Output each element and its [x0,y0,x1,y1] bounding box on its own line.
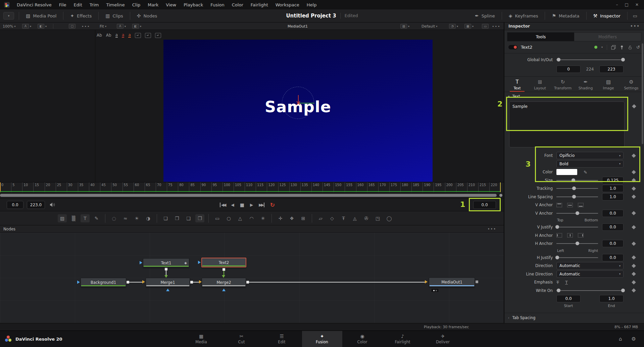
write-on-end-field[interactable]: 1.0 [599,295,624,302]
version-dot-icon[interactable] [594,46,597,49]
viewer-canvas[interactable]: Sample [163,40,433,182]
strikethrough-icon[interactable]: T [556,280,559,285]
minimize-button[interactable]: – [616,2,618,7]
node-graph[interactable]: Text1◈Text2Background1Merge1Merge2MediaO… [0,233,504,323]
text1-output-socket[interactable] [165,268,167,270]
stereo-dropdown[interactable]: ▧▾ [400,23,409,30]
nodes-panel-menu[interactable]: ••• [488,227,500,231]
huecurves-icon[interactable]: ◑ [144,214,153,222]
kerning-ab-icon[interactable]: Ab [97,33,102,38]
roi-button[interactable]: ▢ [69,23,76,30]
keyframe-diamond-icon[interactable] [632,272,636,276]
v-justify-slider[interactable] [556,223,598,231]
merge2-output-socket[interactable] [246,281,249,284]
inspector-tab-settings[interactable]: ⚙Settings [620,77,643,92]
merge3d-icon[interactable]: ◬ [350,214,359,222]
connection-background1-merge1[interactable] [129,282,142,283]
angle-handle[interactable] [298,103,314,103]
inspector-tab-layout[interactable]: ⊞Layout [529,77,551,92]
node-text1[interactable]: Text1◈ [143,258,189,267]
h-anchor-field[interactable]: 0.0 [602,240,624,247]
stop-button[interactable]: ■ [240,202,244,208]
v-anchor-slider[interactable] [556,210,598,217]
toolbar-button-media-pool[interactable]: ▧Media Pool [20,9,62,22]
keyframe-diamond-icon[interactable] [632,288,636,293]
h-justify-slider[interactable] [556,254,598,261]
page-tab-cut[interactable]: ✂Cut [221,331,262,347]
copy-settings-icon[interactable] [611,45,616,50]
insert-frame-third-icon[interactable]: ↵ [155,33,161,38]
global-in-knob[interactable] [557,58,560,61]
line-direction-dropdown[interactable]: Automatic▾ [556,270,624,278]
merge1-output-socket[interactable] [190,281,193,284]
merge1-foreground-input-arrow[interactable] [164,275,168,278]
viewer-menu[interactable]: ••• [492,23,500,30]
inspector-tab-shading[interactable]: ✒Shading [574,77,597,92]
merge1-mask-input-arrow[interactable] [166,289,169,291]
shape3d-icon[interactable]: ◇ [328,214,337,222]
fastnoise-icon[interactable]: ▒ [69,214,78,222]
text2-output-socket[interactable] [222,268,225,271]
node-mediaout1[interactable]: MediaOut1 [429,277,475,287]
audio-mute-icon[interactable] [50,202,55,209]
merge1-background-input-arrow[interactable] [142,280,145,284]
background1-input-arrow[interactable] [77,280,80,284]
transform-widget[interactable] [282,87,314,119]
node-merge1[interactable]: Merge1 [146,278,190,287]
global-out-knob[interactable] [621,58,625,61]
grid-dropdown[interactable]: ▦▾ [464,23,474,30]
viewer-options-menu[interactable]: ••• [82,23,90,30]
scrollbar-handle[interactable] [499,194,502,197]
page-tab-fairlight[interactable]: ♪Fairlight [383,331,423,347]
keyframe-diamond-icon[interactable] [632,280,636,285]
page-tab-media[interactable]: ▦Media [181,331,221,347]
insert-frame-icon[interactable]: ↵ [135,33,141,38]
inspector-menu[interactable]: ••• [630,24,640,29]
range-out-field[interactable]: 223.0 [27,201,45,209]
keyframe-diamond-icon[interactable] [632,211,636,215]
keyframe-diamond-icon[interactable] [632,264,636,268]
menu-item-davinci-resolve[interactable]: DaVinci Resolve [13,2,55,7]
line-spacing-slider[interactable] [556,193,598,201]
node-background1[interactable]: Background1 [81,278,126,287]
renderer3d-icon[interactable]: ◳ [373,214,382,222]
view-mode-dropdown[interactable]: ◧▾ [38,23,47,30]
ellipse-mask-icon[interactable]: ○ [224,214,233,222]
tracker-icon[interactable]: ✛ [276,214,285,222]
toolbar-button-spline[interactable]: ✒Spline [469,9,500,22]
menu-item-fusion[interactable]: Fusion [207,2,228,7]
inspector-scrollbar[interactable] [642,43,643,144]
expand-viewer-button[interactable]: ▭ [482,23,489,30]
menu-item-mark[interactable]: Mark [144,2,162,7]
global-in-field[interactable]: 0 [556,66,581,73]
last-frame-button[interactable]: ▶▶ [259,203,264,207]
toolbar-button-inspector[interactable]: ⚒Inspector [588,9,626,22]
connection-merge1-merge2[interactable] [193,282,199,283]
magicmask-icon[interactable]: ✳ [258,214,267,222]
sphericalcamera-icon[interactable]: ◯ [385,214,394,222]
interface-toggle-chevron-button[interactable]: ▾ [3,12,14,19]
connection-merge2-mediaout1[interactable] [249,282,425,283]
toolbar-button-metadata[interactable]: ⚑Metadata [546,9,585,22]
fit-dropdown[interactable]: Fit▾ [100,23,106,30]
merge-icon[interactable]: ❏ [161,214,170,222]
menu-item-edit[interactable]: Edit [70,2,86,7]
lut-dropdown[interactable]: ◔▾ [449,23,458,30]
h-anchor-slider[interactable] [556,240,598,247]
inspector-tab-transform[interactable]: ↻Transform [551,77,574,92]
write-on-slider[interactable] [556,287,624,294]
page-tab-fusion[interactable]: ✦Fusion [302,331,342,347]
tracking-field[interactable]: 1.0 [602,185,624,192]
colorcurves-icon[interactable]: ≈ [121,214,130,222]
scrollbar-thumb[interactable] [0,194,497,197]
play-button[interactable]: ▶ [250,203,253,207]
menu-item-view[interactable]: View [162,2,180,7]
background-icon[interactable]: ▨ [58,214,67,222]
blur-icon[interactable]: ◌ [109,214,118,222]
imageplane3d-icon[interactable]: ▱ [316,214,325,222]
inspector-tab-text[interactable]: TText [506,77,529,92]
view-mode-dropdown-2[interactable]: ◧▾ [132,23,141,30]
node-enable-toggle[interactable] [508,45,517,49]
h-anchor-left-button[interactable] [556,233,562,237]
colorcorrector-icon[interactable]: ☀ [132,214,141,222]
